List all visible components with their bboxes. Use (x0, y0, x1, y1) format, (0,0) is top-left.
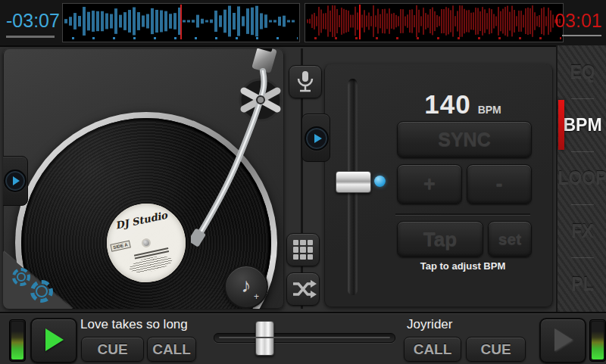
bpm-unit: BPM (478, 104, 501, 116)
waveform-bar: -03:07 03:01 (0, 0, 606, 47)
shuffle-icon (287, 273, 319, 305)
bpm-plus-button[interactable]: + (397, 164, 462, 204)
bpm-divider (395, 213, 530, 215)
tab-pl[interactable]: PL (558, 257, 606, 310)
settings-gear-icon[interactable] (30, 280, 53, 303)
record-label-title: DJ Studio (102, 207, 181, 234)
play-circle-icon[interactable] (305, 126, 329, 151)
pitch-slider-handle[interactable] (336, 171, 371, 193)
record-tracklist-lines (133, 246, 169, 260)
deck-a-waveform-canvas[interactable] (63, 4, 298, 40)
music-note-icon: ♪ (242, 274, 251, 297)
record-fineprint (127, 253, 174, 275)
deck-a-time-underline (6, 36, 55, 38)
deck-b-time-underline (562, 35, 601, 36)
crossfader-handle[interactable] (255, 321, 274, 356)
microphone-button[interactable] (289, 65, 322, 98)
sidebar-tabs: EQ BPM LOOP FX PL (556, 45, 606, 312)
shuffle-button[interactable] (286, 272, 320, 306)
deck-b-waveform-canvas[interactable] (305, 4, 561, 40)
deck-b-level-meter (589, 319, 606, 362)
deck-a-turntable-panel: DJ Studio SIDE A (3, 48, 284, 309)
dj-app: -03:07 03:01 DJ Studio SIDE A (0, 0, 606, 364)
deck-b-play-button[interactable] (539, 318, 586, 363)
spindle (142, 239, 149, 246)
deck-a-waveform[interactable] (62, 3, 300, 42)
play-icon (45, 328, 64, 351)
pitch-slider-track[interactable] (348, 79, 358, 295)
deck-b-pitch-bend-tab[interactable] (301, 114, 330, 162)
deck-a-call-button[interactable]: CALL (147, 337, 196, 362)
tap-button[interactable]: Tap (397, 221, 483, 257)
deck-b-time: 03:01 (554, 10, 602, 32)
microphone-icon (289, 66, 321, 98)
tab-loop[interactable]: LOOP (558, 151, 606, 204)
settings-gear-icon[interactable] (12, 268, 30, 286)
tab-fx[interactable]: FX (558, 204, 606, 257)
active-tab-indicator (558, 100, 564, 150)
transport-bar: Love takes so long CUE CALL Joyrider CAL… (0, 312, 606, 364)
deck-a-time: -03:07 (6, 10, 60, 32)
tab-bpm[interactable]: BPM (558, 98, 606, 151)
deck-a-play-button[interactable] (30, 318, 77, 363)
crossfader-track[interactable] (214, 333, 395, 343)
deck-a-cue-button[interactable]: CUE (81, 337, 144, 362)
grid-icon (293, 240, 313, 260)
set-button[interactable]: set (488, 221, 532, 257)
deck-b-track-title: Joyrider (407, 317, 452, 332)
play-circle-icon[interactable] (4, 170, 27, 192)
plus-icon: + (254, 292, 259, 301)
bpm-minus-button[interactable]: - (467, 164, 532, 204)
tap-hint-text: Tap to adjust BPM (395, 260, 530, 272)
deck-b-cue-button[interactable]: CUE (466, 337, 526, 362)
deck-b-call-button[interactable]: CALL (404, 337, 461, 362)
record-side-badge: SIDE A (110, 241, 130, 252)
bpm-readout: 140BPM (395, 89, 530, 120)
bpm-value: 140 (424, 89, 470, 119)
play-icon (554, 328, 573, 351)
record-label: DJ Studio SIDE A (99, 196, 192, 289)
load-track-button[interactable]: ♪ + (224, 265, 268, 309)
deck-a-track-title: Love takes so long (80, 317, 188, 332)
sync-button[interactable]: SYNC (397, 121, 532, 158)
deck-a-pitch-bend-tab[interactable] (3, 156, 28, 206)
pitch-zero-indicator (374, 176, 386, 187)
deck-b-waveform[interactable] (305, 3, 564, 42)
deck-a-level-meter (9, 319, 26, 362)
tab-eq[interactable]: EQ (558, 45, 606, 98)
sampler-pads-button[interactable] (286, 233, 320, 266)
